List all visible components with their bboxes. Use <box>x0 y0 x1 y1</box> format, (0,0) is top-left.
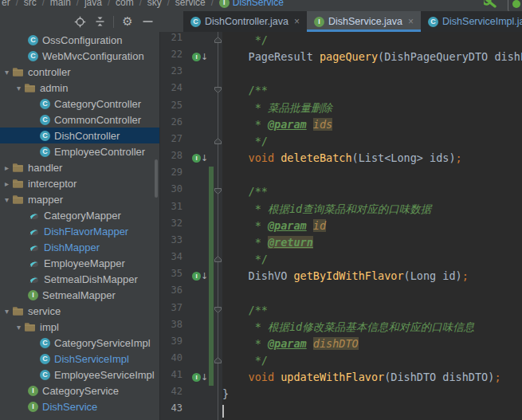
gutter[interactable] <box>189 302 222 319</box>
line-number[interactable]: 31 <box>160 201 189 218</box>
code-text[interactable]: void deleteBatch(List<Long> ids); <box>222 150 522 167</box>
gutter[interactable] <box>189 285 222 301</box>
gutter[interactable]: I↓ <box>189 268 222 285</box>
line-number[interactable]: 41 <box>160 369 189 386</box>
tree-item-CategoryService[interactable]: ICategoryService <box>0 383 159 398</box>
line-number[interactable]: 42 <box>160 386 189 402</box>
gutter[interactable] <box>189 234 222 251</box>
code-text[interactable]: } <box>222 386 522 402</box>
implemented-marker-icon[interactable]: I↓ <box>192 52 208 62</box>
gutter[interactable] <box>189 251 222 268</box>
gutter[interactable] <box>189 183 222 200</box>
tree-item-interceptor[interactable]: ▸interceptor <box>0 175 159 191</box>
line-number[interactable]: 40 <box>160 352 189 369</box>
tree-item-mapper[interactable]: ▾mapper <box>0 191 159 207</box>
line-number[interactable]: 33 <box>160 234 189 251</box>
line-number[interactable]: 38 <box>160 319 189 336</box>
code-text[interactable]: PageResult pageQuery(DishPageQueryDTO di… <box>222 49 522 65</box>
code-line-29[interactable]: 29 <box>160 167 522 183</box>
hide-panel-icon[interactable] <box>141 15 154 28</box>
tab-DishService.java[interactable]: IDishService.java× <box>307 11 421 32</box>
code-line-26[interactable]: 26 * @param ids <box>160 116 522 133</box>
tree-item-EmployeeServiceImpl[interactable]: CEmployeeServiceImpl <box>0 367 159 383</box>
fold-marker-icon[interactable] <box>214 357 222 363</box>
code-line-35[interactable]: 35I↓ DishVO getByIdWithFlavor(Long id); <box>160 268 522 285</box>
chevron-right-icon[interactable]: ▸ <box>2 179 12 188</box>
line-number[interactable]: 39 <box>160 336 189 352</box>
gutter[interactable] <box>189 386 222 402</box>
implemented-marker-icon[interactable]: I↓ <box>192 372 208 383</box>
code-text[interactable]: DishVO getByIdWithFlavor(Long id); <box>222 268 522 285</box>
breadcrumb-item-com[interactable]: com <box>116 0 134 8</box>
settings-gear-icon[interactable]: ⚙ <box>121 15 134 28</box>
code-line-39[interactable]: 39 * @param dishDTO <box>160 336 522 352</box>
fold-marker-icon[interactable] <box>214 188 222 194</box>
tree-item-SetmealDishMapper[interactable]: SetmealDishMapper <box>0 271 159 287</box>
code-editor[interactable]: 21 */22I↓ PageResult pageQuery(DishPageQ… <box>160 32 522 420</box>
tree-item-handler[interactable]: ▸handler <box>0 159 159 175</box>
gutter[interactable] <box>189 133 222 150</box>
tree-item-controller[interactable]: ▾controller <box>0 64 159 80</box>
code-text[interactable]: */ <box>222 133 522 150</box>
tree-item-OssConfiguration[interactable]: COssConfiguration <box>0 32 159 48</box>
line-number[interactable]: 25 <box>160 100 189 116</box>
tree-item-DishService[interactable]: IDishService <box>0 398 159 414</box>
code-line-30[interactable]: 30 /** <box>160 183 522 200</box>
line-number[interactable]: 26 <box>160 116 189 133</box>
implemented-marker-icon[interactable]: I↓ <box>192 153 208 163</box>
line-number[interactable]: 27 <box>160 133 189 150</box>
line-number[interactable]: 21 <box>160 32 189 49</box>
code-line-34[interactable]: 34 */ <box>160 251 522 268</box>
gutter[interactable] <box>189 402 222 419</box>
tab-DishServiceImpl.java[interactable]: CDishServiceImpl.java <box>421 11 522 32</box>
tree-scrollbar-thumb[interactable] <box>155 159 158 198</box>
code-line-32[interactable]: 32 * @param id <box>160 218 522 234</box>
code-text[interactable]: * @param id <box>222 218 522 234</box>
line-number[interactable]: 23 <box>160 65 189 82</box>
fold-marker-icon[interactable] <box>214 256 222 262</box>
code-line-42[interactable]: 42} <box>160 386 522 402</box>
chevron-right-icon[interactable]: ▸ <box>2 163 12 172</box>
locate-icon[interactable] <box>73 15 86 28</box>
code-text[interactable]: * 根据id修改菜品基本信息和对应的口味信息 <box>222 319 522 336</box>
tab-DishController.java[interactable]: CDishController.java× <box>183 11 307 32</box>
fold-marker-icon[interactable] <box>214 307 222 313</box>
line-number[interactable]: 24 <box>160 82 189 99</box>
code-text[interactable]: */ <box>222 251 522 268</box>
code-line-23[interactable]: 23 <box>160 65 522 82</box>
tree-item-DishServiceImpl[interactable]: CDishServiceImpl <box>0 351 159 367</box>
close-tab-icon[interactable]: × <box>294 16 300 27</box>
tree-item-CommonController[interactable]: CCommonController <box>0 112 159 128</box>
code-line-22[interactable]: 22I↓ PageResult pageQuery(DishPageQueryD… <box>160 49 522 65</box>
code-text[interactable]: * @param ids <box>222 116 522 133</box>
code-text[interactable]: */ <box>222 32 522 49</box>
code-text[interactable] <box>222 65 522 82</box>
code-line-24[interactable]: 24 /** <box>160 82 522 99</box>
gutter[interactable] <box>189 116 222 133</box>
code-text[interactable] <box>222 285 522 301</box>
gutter[interactable] <box>189 32 222 49</box>
tree-item-EmployeeController[interactable]: CEmployeeController <box>0 143 159 159</box>
code-text[interactable]: * 菜品批量删除 <box>222 100 522 116</box>
tree-item-service[interactable]: ▾service <box>0 303 159 319</box>
line-number[interactable]: 22 <box>160 49 189 65</box>
code-line-40[interactable]: 40 */ <box>160 352 522 369</box>
tree-item-CategoryController[interactable]: CCategoryController <box>0 96 159 112</box>
tree-item-WebMvcConfiguration[interactable]: CWebMvcConfiguration <box>0 48 159 64</box>
code-text[interactable] <box>222 167 522 183</box>
gutter[interactable] <box>189 167 222 183</box>
partial-toolbar-button[interactable] <box>508 0 522 12</box>
gutter[interactable] <box>189 336 222 352</box>
breadcrumb-item-service[interactable]: service <box>175 0 206 8</box>
code-line-43[interactable]: 43 <box>160 402 522 419</box>
code-line-41[interactable]: 41I↓ void updateWithFlavor(DishDTO dishD… <box>160 369 522 386</box>
breadcrumb-item-DishService[interactable]: IDishService <box>219 0 284 8</box>
fold-marker-icon[interactable] <box>214 138 222 144</box>
code-text[interactable] <box>222 402 522 419</box>
code-text[interactable]: * @return <box>222 234 522 251</box>
breadcrumb-item-sky[interactable]: sky <box>147 0 162 8</box>
line-number[interactable]: 35 <box>160 268 189 285</box>
tree-item-DishMapper[interactable]: DishMapper <box>0 239 159 255</box>
code-text[interactable]: * @param dishDTO <box>222 336 522 352</box>
code-text[interactable]: void updateWithFlavor(DishDTO dishDTO); <box>222 369 522 386</box>
